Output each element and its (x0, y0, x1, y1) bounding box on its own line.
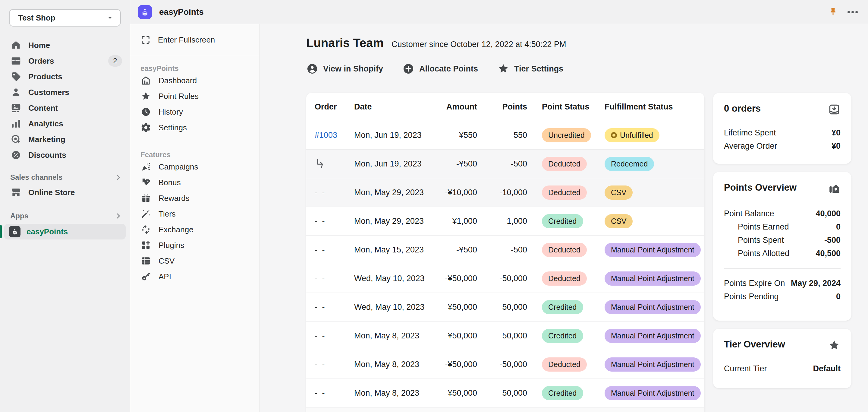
subnav-item-exchange[interactable]: Exchange (130, 222, 259, 237)
sidebar-item-label: Customers (28, 88, 69, 97)
sidebar-item-marketing[interactable]: Marketing (0, 131, 130, 147)
table-row: #1003 Mon, Jun 19, 2023 ¥550 550 Uncredi… (306, 121, 704, 150)
star-icon (497, 63, 509, 75)
subnav-item-point-rules[interactable]: Point Rules (130, 88, 259, 104)
cell-order: - - (315, 188, 354, 197)
subnav-item-history[interactable]: History (130, 104, 259, 120)
cell-date: Mon, May 8, 2023 (354, 388, 427, 398)
point-status-badge: Deducted (542, 357, 587, 372)
table-row: - - Mon, May 8, 2023 -¥50,000 -50,000 De… (306, 350, 704, 379)
enter-fullscreen-button[interactable]: Enter Fullscreen (130, 31, 259, 48)
point-status-badge: Deducted (542, 243, 587, 257)
points-pending-value: 0 (836, 290, 841, 303)
incomplete-ring-icon (611, 132, 617, 138)
discounts-icon (10, 149, 22, 161)
point-balance-value: 40,000 (815, 207, 841, 220)
sidebar-item-customers[interactable]: Customers (0, 84, 130, 100)
cell-amount: -¥500 (427, 245, 477, 255)
main-content: Lunaris Team Customer since October 12, … (260, 24, 868, 412)
app-topbar: easyPoints (130, 0, 868, 24)
sidebar-item-label: Marketing (28, 135, 65, 144)
ellipsis-icon[interactable] (846, 6, 859, 19)
subnav-item-api[interactable]: API (130, 269, 259, 285)
subnav-item-dashboard[interactable]: Dashboard (130, 73, 259, 88)
point-status-badge: Deducted (542, 157, 587, 171)
marketing-icon (10, 134, 22, 145)
cell-order: - - (315, 388, 354, 398)
sidebar-item-orders[interactable]: Orders 2 (0, 53, 130, 69)
point-status-badge: Credited (542, 214, 583, 228)
subnav-item-label: Exchange (158, 225, 193, 234)
chevron-right-icon (114, 212, 122, 220)
point-status-badge: Deducted (542, 271, 587, 286)
subnav-item-rewards[interactable]: Rewards (130, 190, 259, 206)
subnav-item-label: API (158, 272, 171, 282)
sidebar-section-sales-channels[interactable]: Sales channels (0, 170, 130, 184)
col-header-points: Points (477, 102, 527, 112)
sidebar-item-discounts[interactable]: Discounts (0, 147, 130, 163)
heart-house-icon (828, 182, 841, 195)
cell-amount: ¥550 (427, 130, 477, 140)
subnav-item-label: Plugins (158, 241, 184, 250)
action-label: Allocate Points (419, 64, 478, 73)
shop-switcher[interactable]: Test Shop (9, 9, 121, 27)
col-header-fulfillment-status: Fulfillment Status (604, 102, 696, 112)
subnav-section-label: easyPoints (130, 61, 259, 73)
cell-date: Mon, Jun 19, 2023 (354, 159, 427, 169)
sidebar-item-label: Analytics (28, 119, 63, 128)
analytics-icon (10, 118, 22, 129)
fulfillment-status-badge: Manual Point Adjustment (604, 300, 701, 314)
page-title: Lunaris Team (306, 36, 384, 50)
fulfillment-status-badge: Manual Point Adjustment (604, 271, 701, 286)
col-header-date: Date (354, 102, 427, 112)
sidebar-item-label: Products (28, 72, 62, 82)
shop-name: Test Shop (18, 13, 56, 23)
point-status-badge: Credited (542, 386, 583, 400)
subnav-item-csv[interactable]: CSV (130, 253, 259, 269)
subnav-item-campaigns[interactable]: Campaigns (130, 159, 259, 175)
easypoints-subnav: Enter Fullscreen easyPoints Dashboard Po… (130, 24, 260, 412)
sidebar-item-home[interactable]: Home (0, 37, 130, 53)
sidebar-section-apps[interactable]: Apps (0, 209, 130, 223)
tier-overview-card: Tier Overview Current Tier Default (713, 329, 851, 388)
fullscreen-icon (141, 35, 151, 45)
action-label: View in Shopify (323, 64, 383, 73)
sidebar-item-online-store[interactable]: Online Store (0, 184, 130, 200)
subnav-item-label: Settings (158, 123, 187, 133)
fulfillment-status-badge: CSV (604, 214, 632, 228)
sidebar-item-label: easyPoints (27, 227, 68, 236)
pin-icon[interactable] (828, 7, 838, 18)
allocate-points-button[interactable]: Allocate Points (402, 63, 478, 75)
cell-date: Wed, May 10, 2023 (354, 302, 427, 312)
cell-date: Wed, May 10, 2023 (354, 274, 427, 283)
view-in-shopify-button[interactable]: View in Shopify (306, 63, 383, 75)
cell-date: Mon, May 8, 2023 (354, 331, 427, 341)
chevron-right-icon (114, 173, 122, 181)
cell-points: 550 (477, 130, 527, 140)
gear-icon (141, 122, 151, 133)
subnav-item-bonus[interactable]: Bonus (130, 175, 259, 190)
subnav-item-settings[interactable]: Settings (130, 120, 259, 136)
section-label: Apps (10, 212, 28, 220)
tier-settings-button[interactable]: Tier Settings (497, 63, 563, 75)
order-link[interactable]: #1003 (315, 130, 337, 140)
sidebar-item-label: Discounts (28, 150, 66, 160)
subnav-item-plugins[interactable]: Plugins (130, 237, 259, 253)
products-icon (10, 71, 22, 82)
plus-circle-icon (402, 63, 414, 75)
cell-amount: ¥1,000 (427, 216, 477, 226)
app-title: easyPoints (159, 7, 204, 17)
sidebar-item-analytics[interactable]: Analytics (0, 116, 130, 131)
fulfillment-status-badge: CSV (604, 185, 632, 200)
cell-amount: ¥50,000 (427, 302, 477, 312)
sidebar-item-products[interactable]: Products (0, 69, 130, 84)
subnav-item-label: Tiers (158, 209, 176, 219)
cell-date: Mon, Jun 19, 2023 (354, 130, 427, 140)
plugins-icon (141, 240, 151, 251)
sidebar-item-content[interactable]: Content (0, 100, 130, 116)
cell-order: - - (315, 216, 354, 226)
subnav-item-tiers[interactable]: Tiers (130, 206, 259, 222)
subnav-item-label: Dashboard (158, 76, 197, 85)
sidebar-item-easypoints[interactable]: easyPoints (4, 224, 126, 239)
cell-amount: -¥500 (427, 159, 477, 169)
